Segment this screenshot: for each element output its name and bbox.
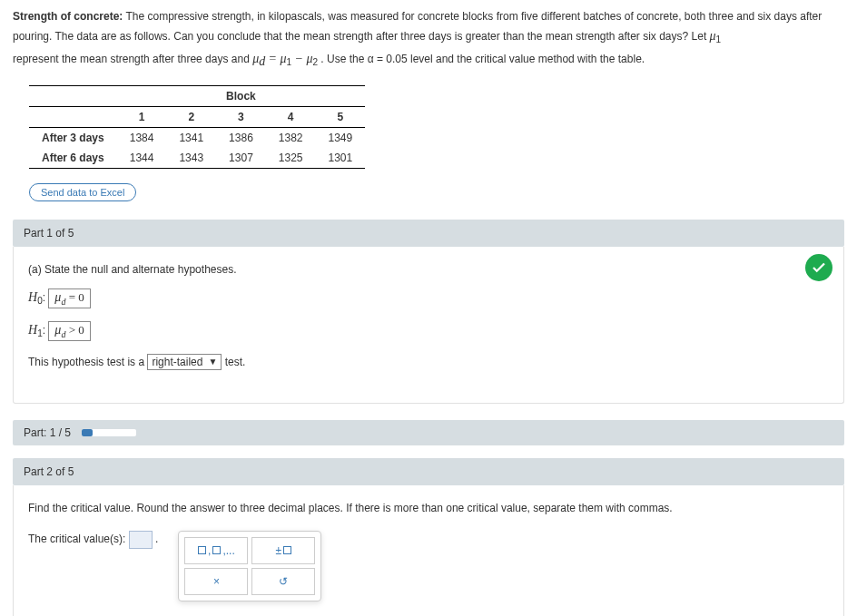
tail-select[interactable]: right-tailed ▼ (147, 354, 222, 370)
tool-reset-button[interactable]: ↺ (251, 568, 315, 595)
tail-sentence: This hypothesis test is a right-tailed ▼… (28, 354, 829, 370)
row-label: After 3 days (29, 127, 117, 148)
col-header: 2 (166, 106, 216, 127)
h0-label: H (28, 290, 37, 304)
h1-label: H (28, 323, 37, 337)
problem-body-3: . Use the α = 0.05 level and the critica… (320, 53, 645, 65)
tool-clear-button[interactable]: × (184, 568, 248, 595)
reset-icon: ↺ (279, 575, 288, 588)
col-header: 1 (117, 106, 167, 127)
cell: 1301 (316, 148, 366, 169)
part1-body: (a) State the null and alternate hypothe… (13, 247, 844, 404)
part1-header: Part 1 of 5 (13, 220, 844, 247)
critical-value-row: The critical value(s): . (28, 531, 158, 549)
part2-prompt: Find the critical value. Round the answe… (28, 502, 829, 514)
correct-check-icon (805, 254, 832, 281)
tail-select-value: right-tailed (152, 356, 202, 368)
tail-sentence-a: This hypothesis test is a (28, 356, 147, 368)
cell: 1382 (266, 127, 316, 148)
progress-fill (82, 429, 93, 436)
eq-mu1: = μ (269, 52, 287, 65)
chevron-down-icon: ▼ (208, 357, 217, 367)
mud-sub: d (259, 54, 265, 68)
cell: 1341 (166, 127, 216, 148)
progress-label: Part: 1 / 5 (24, 426, 71, 439)
problem-statement: Strength of concrete: The compressive st… (13, 7, 844, 73)
tail-sentence-b: test. (225, 356, 246, 368)
col-header: 5 (316, 106, 366, 127)
cv-period: . (155, 533, 158, 545)
problem-body-1: The compressive strength, in kilopascals… (13, 10, 822, 43)
h1-sub: 1 (37, 328, 43, 338)
h0-value-box[interactable]: μd = 0 (48, 288, 90, 308)
h0-line: H0: μd = 0 (28, 288, 829, 308)
problem-title: Strength of concrete: (13, 10, 123, 23)
problem-body-2: represent the mean strength after three … (13, 53, 252, 65)
mu1-symbol: μ (710, 29, 716, 43)
mu1-sub: 1 (716, 35, 722, 45)
eq-minus-mu2: − μ (294, 52, 312, 65)
tool-plusminus-button[interactable]: ± (251, 537, 315, 564)
h1-line: H1: μd > 0 (28, 321, 829, 341)
part2-body: Find the critical value. Round the answe… (13, 485, 844, 616)
critical-value-input[interactable] (129, 531, 153, 549)
cell: 1307 (216, 148, 266, 169)
table-superheader: Block (117, 85, 366, 106)
col-header: 4 (266, 106, 316, 127)
h1-value-box[interactable]: μd > 0 (48, 321, 90, 341)
cell: 1343 (166, 148, 216, 169)
part2-header: Part 2 of 5 (13, 458, 844, 485)
send-to-excel-button[interactable]: Send data to Excel (29, 183, 136, 201)
part1-prompt: (a) State the null and alternate hypothe… (28, 263, 829, 276)
progress-track (82, 429, 136, 436)
tool-list-button[interactable]: ,,... (184, 537, 248, 564)
eq-mu1-sub: 1 (287, 57, 292, 67)
cv-label: The critical value(s): (28, 533, 129, 545)
close-icon: × (213, 575, 220, 588)
data-table: Block 1 2 3 4 5 After 3 days 1384 1341 1… (29, 85, 365, 169)
input-toolbox: ,,... ± × ↺ (178, 531, 321, 601)
cell: 1349 (316, 127, 366, 148)
eq-mu2-sub: 2 (312, 57, 318, 67)
progress-bar: Part: 1 / 5 (13, 420, 844, 445)
cell: 1384 (117, 127, 167, 148)
h0-sub: 0 (37, 296, 43, 306)
col-header: 3 (216, 106, 266, 127)
cell: 1386 (216, 127, 266, 148)
cell: 1344 (117, 148, 167, 169)
row-label: After 6 days (29, 148, 117, 169)
cell: 1325 (266, 148, 316, 169)
